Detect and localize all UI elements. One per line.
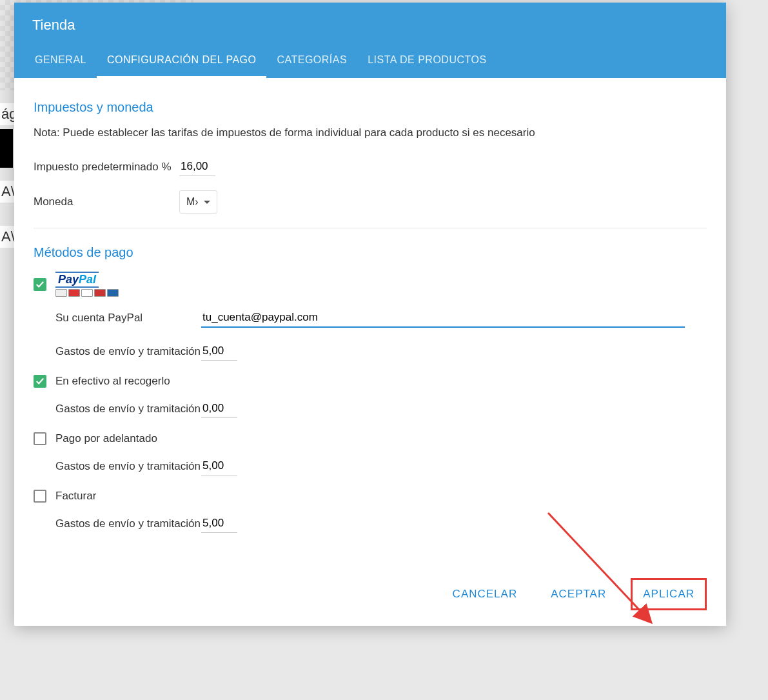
cash-shipping-input[interactable] bbox=[201, 399, 237, 418]
check-icon bbox=[35, 377, 44, 386]
prepay-shipping-input[interactable] bbox=[201, 457, 237, 475]
cash-shipping-row: Gastos de envío y tramitación bbox=[55, 399, 707, 418]
currency-value: M› bbox=[186, 196, 199, 208]
invoice-shipping-label: Gastos de envío y tramitación bbox=[55, 517, 201, 530]
modal-header: Tienda GENERAL CONFIGURACIÓN DEL PAGO CA… bbox=[14, 3, 726, 78]
currency-select[interactable]: M› bbox=[179, 190, 217, 214]
default-tax-row: Impuesto predeterminado % bbox=[34, 157, 707, 176]
default-tax-label: Impuesto predeterminado % bbox=[34, 161, 179, 174]
tab-product-list[interactable]: LISTA DE PRODUCTOS bbox=[357, 48, 497, 78]
method-paypal-row: PayPal bbox=[34, 272, 707, 297]
section-divider bbox=[34, 228, 707, 228]
invoice-checkbox[interactable] bbox=[34, 490, 46, 503]
tax-note: Nota: Puede establecer las tarifas de im… bbox=[34, 126, 707, 139]
invoice-shipping-input[interactable] bbox=[201, 514, 237, 533]
paypal-shipping-input[interactable] bbox=[201, 342, 237, 361]
settings-modal: Tienda GENERAL CONFIGURACIÓN DEL PAGO CA… bbox=[14, 3, 726, 626]
apply-highlight: APLICAR bbox=[631, 578, 707, 610]
method-invoice-row: Facturar bbox=[34, 490, 707, 503]
paypal-shipping-label: Gastos de envío y tramitación bbox=[55, 345, 201, 358]
paypal-shipping-row: Gastos de envío y tramitación bbox=[55, 342, 707, 361]
check-icon bbox=[35, 280, 44, 289]
default-tax-input[interactable] bbox=[179, 157, 215, 176]
tab-general[interactable]: GENERAL bbox=[32, 48, 97, 78]
prepay-checkbox[interactable] bbox=[34, 432, 46, 445]
tab-categories[interactable]: CATEGORÍAS bbox=[266, 48, 357, 78]
invoice-shipping-row: Gastos de envío y tramitación bbox=[55, 514, 707, 533]
currency-label: Moneda bbox=[34, 195, 179, 208]
modal-title: Tienda bbox=[32, 17, 708, 34]
tab-payment-config[interactable]: CONFIGURACIÓN DEL PAGO bbox=[97, 48, 266, 78]
card-logos bbox=[55, 289, 119, 297]
paypal-wordmark: PayPal bbox=[55, 272, 99, 288]
prepay-shipping-row: Gastos de envío y tramitación bbox=[55, 457, 707, 475]
apply-button[interactable]: APLICAR bbox=[634, 581, 704, 607]
section-title-taxes: Impuestos y moneda bbox=[34, 100, 707, 115]
cash-shipping-label: Gastos de envío y tramitación bbox=[55, 403, 201, 415]
prepay-label: Pago por adelantado bbox=[55, 432, 157, 445]
modal-body: Impuestos y moneda Nota: Puede establece… bbox=[14, 78, 726, 560]
section-title-methods: Métodos de pago bbox=[34, 245, 707, 260]
paypal-checkbox[interactable] bbox=[34, 278, 46, 291]
paypal-account-row: Su cuenta PayPal bbox=[55, 308, 707, 328]
prepay-shipping-label: Gastos de envío y tramitación bbox=[55, 460, 201, 473]
cash-checkbox[interactable] bbox=[34, 375, 46, 388]
paypal-logo: PayPal bbox=[55, 272, 119, 297]
paypal-account-input[interactable] bbox=[201, 308, 685, 328]
method-cash-row: En efectivo al recogerlo bbox=[34, 375, 707, 388]
bg-dark-strip bbox=[0, 129, 13, 168]
accept-button[interactable]: ACEPTAR bbox=[542, 581, 615, 607]
currency-row: Moneda M› bbox=[34, 190, 707, 214]
cash-label: En efectivo al recogerlo bbox=[55, 375, 170, 388]
tabs: GENERAL CONFIGURACIÓN DEL PAGO CATEGORÍA… bbox=[32, 48, 708, 78]
chevron-down-icon bbox=[204, 201, 210, 204]
cancel-button[interactable]: CANCELAR bbox=[444, 581, 527, 607]
method-prepay-row: Pago por adelantado bbox=[34, 432, 707, 445]
modal-footer: CANCELAR ACEPTAR APLICAR bbox=[14, 560, 726, 626]
invoice-label: Facturar bbox=[55, 490, 96, 503]
paypal-account-label: Su cuenta PayPal bbox=[55, 312, 201, 325]
